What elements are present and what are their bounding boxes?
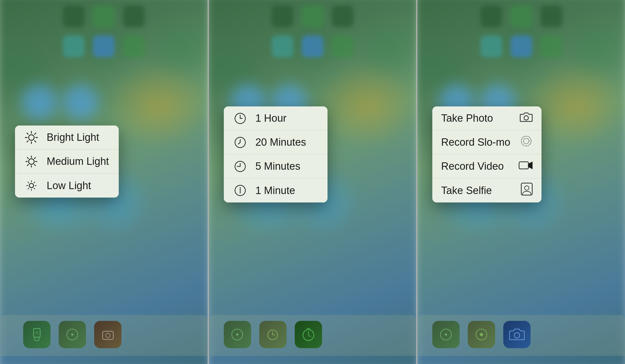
svg-point-58 bbox=[521, 136, 531, 146]
dock-icon-3[interactable] bbox=[94, 321, 121, 348]
app-icons-area-3 bbox=[417, 5, 625, 98]
app-icon-blob bbox=[93, 5, 115, 27]
blue-blob bbox=[22, 85, 57, 120]
app-icon-blob bbox=[540, 5, 562, 27]
svg-line-7 bbox=[35, 133, 36, 134]
svg-point-66 bbox=[480, 333, 483, 336]
dock-area-3 bbox=[417, 323, 625, 356]
app-icon-blob bbox=[540, 35, 562, 57]
app-icon-blob bbox=[272, 35, 293, 57]
app-icon-blob bbox=[302, 5, 323, 27]
svg-point-32 bbox=[71, 333, 73, 336]
5-minutes-item[interactable]: 5 Minutes bbox=[224, 154, 328, 178]
dock-icon-1t[interactable] bbox=[224, 321, 251, 348]
app-icons-area-2 bbox=[209, 5, 416, 98]
clock-5min-icon bbox=[233, 160, 248, 173]
clock-1min-icon bbox=[233, 184, 248, 197]
medium-light-label: Medium Light bbox=[47, 156, 110, 167]
camera-icon bbox=[520, 112, 533, 125]
take-photo-label: Take Photo bbox=[441, 112, 514, 124]
video-icon bbox=[519, 160, 533, 173]
dock-icon-2[interactable] bbox=[59, 321, 86, 348]
dock-area-1 bbox=[0, 323, 208, 356]
timer-dock-icon[interactable] bbox=[295, 321, 322, 348]
bright-light-icon bbox=[24, 130, 39, 145]
1-hour-label: 1 Hour bbox=[255, 112, 319, 124]
svg-rect-28 bbox=[35, 337, 39, 341]
svg-line-17 bbox=[27, 164, 28, 165]
bright-light-label: Bright Light bbox=[47, 132, 110, 143]
app-icon-blob bbox=[510, 35, 532, 57]
record-slomo-item[interactable]: Record Slo-mo bbox=[432, 130, 541, 154]
app-icon-blob bbox=[272, 5, 293, 27]
1-hour-item[interactable]: 1 Hour bbox=[224, 106, 328, 130]
svg-point-56 bbox=[308, 328, 309, 329]
low-light-label: Low Light bbox=[47, 180, 110, 192]
svg-line-5 bbox=[27, 133, 28, 134]
record-slomo-label: Record Slo-mo bbox=[441, 136, 514, 148]
flashlight-context-menu: Bright Light Medium Light bbox=[15, 126, 119, 198]
svg-point-64 bbox=[445, 333, 447, 336]
svg-point-9 bbox=[29, 159, 34, 164]
1-minute-label: 1 Minute bbox=[255, 185, 319, 196]
app-icon-blob bbox=[332, 35, 353, 57]
clock-1hour-icon bbox=[233, 112, 248, 125]
medium-light-item[interactable]: Medium Light bbox=[15, 150, 119, 174]
flashlight-panel: Bright Light Medium Light bbox=[0, 0, 208, 364]
svg-line-23 bbox=[28, 182, 29, 183]
svg-line-40 bbox=[238, 142, 240, 144]
camera-context-menu: Take Photo Record Slo-mo Record Video bbox=[432, 106, 541, 202]
svg-point-48 bbox=[236, 333, 238, 336]
svg-line-8 bbox=[27, 141, 28, 142]
svg-point-67 bbox=[514, 333, 520, 338]
low-light-item[interactable]: Low Light bbox=[15, 174, 119, 198]
20-minutes-item[interactable]: 20 Minutes bbox=[224, 130, 328, 154]
svg-rect-60 bbox=[519, 162, 528, 169]
app-icon-blob bbox=[480, 5, 502, 27]
flashlight-dock-icon[interactable] bbox=[23, 321, 50, 348]
svg-rect-33 bbox=[103, 331, 113, 339]
camera-dock-icon[interactable] bbox=[503, 321, 531, 348]
svg-point-59 bbox=[523, 138, 529, 144]
20-minutes-label: 20 Minutes bbox=[255, 136, 319, 148]
blue-blob bbox=[63, 85, 98, 120]
app-icon-blob bbox=[332, 5, 353, 27]
app-icon-blob bbox=[123, 35, 145, 57]
app-icon-blob bbox=[302, 35, 323, 57]
svg-point-62 bbox=[525, 186, 529, 190]
app-icon-blob bbox=[123, 5, 145, 27]
bright-light-item[interactable]: Bright Light bbox=[15, 126, 119, 150]
app-icon-blob bbox=[480, 35, 502, 57]
1-minute-item[interactable]: 1 Minute bbox=[224, 178, 328, 202]
selfie-icon bbox=[521, 183, 533, 198]
app-icon-blob bbox=[93, 35, 115, 57]
svg-line-25 bbox=[34, 182, 35, 183]
app-icon-blob bbox=[510, 5, 532, 27]
svg-line-24 bbox=[34, 188, 35, 189]
app-icon-blob bbox=[63, 5, 85, 27]
app-icons-area-1 bbox=[0, 5, 208, 98]
svg-line-6 bbox=[35, 141, 36, 142]
take-selfie-item[interactable]: Take Selfie bbox=[432, 178, 541, 202]
svg-line-15 bbox=[34, 164, 35, 165]
take-selfie-label: Take Selfie bbox=[441, 185, 515, 196]
svg-line-26 bbox=[28, 188, 29, 189]
svg-point-18 bbox=[29, 183, 34, 188]
dock-icon-2t[interactable] bbox=[259, 321, 287, 348]
take-photo-item[interactable]: Take Photo bbox=[432, 106, 541, 130]
record-video-item[interactable]: Record Video bbox=[432, 154, 541, 178]
dock-area-2 bbox=[209, 323, 416, 356]
svg-point-0 bbox=[29, 135, 34, 140]
low-light-icon bbox=[24, 178, 39, 193]
medium-light-icon bbox=[24, 154, 39, 169]
clock-20min-icon bbox=[233, 136, 248, 149]
svg-line-16 bbox=[34, 157, 35, 159]
dock-icon-2c[interactable] bbox=[468, 321, 495, 348]
slomo-icon bbox=[520, 135, 533, 150]
svg-line-14 bbox=[27, 157, 28, 159]
svg-line-54 bbox=[308, 335, 311, 337]
dock-icon-1c[interactable] bbox=[432, 321, 460, 348]
record-video-label: Record Video bbox=[441, 160, 513, 172]
svg-point-57 bbox=[524, 116, 528, 120]
timer-panel: 1 Hour 20 Minutes 5 Minutes bbox=[209, 0, 416, 364]
